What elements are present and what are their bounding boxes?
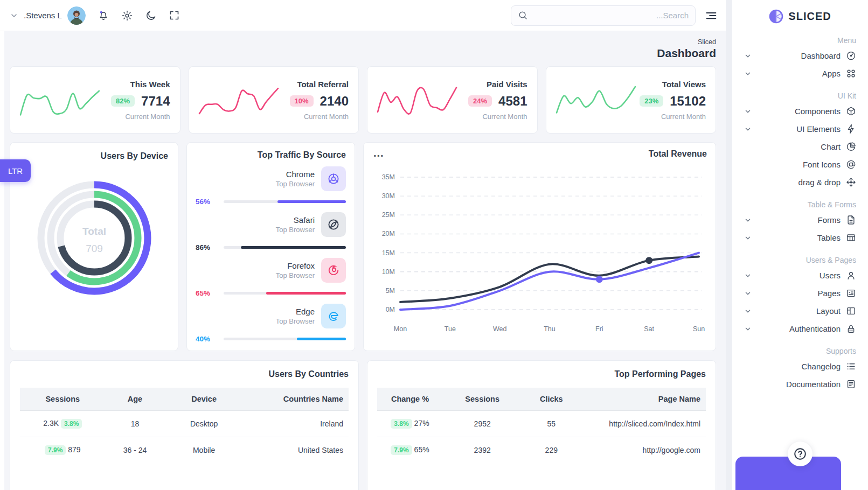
- svg-text:30M: 30M: [382, 192, 395, 200]
- sparkline-chart: [553, 75, 639, 125]
- brand-logo[interactable]: SLICED: [744, 0, 856, 27]
- sparkline-chart: [374, 75, 460, 125]
- sidebar-item-font-icons[interactable]: Font Icons: [744, 156, 856, 173]
- revenue-line-chart: 35M30M25M20M15M10M5M0MMonTueWedThuFriSat…: [372, 169, 706, 337]
- sidebar-item-dashboard[interactable]: Dashboard: [744, 47, 856, 65]
- page-link[interactable]: http://google.com: [581, 437, 706, 464]
- svg-text:10M: 10M: [382, 268, 395, 276]
- at-sign-icon: [846, 159, 856, 170]
- search-box: [511, 5, 696, 26]
- breadcrumb: Sliced: [10, 38, 716, 46]
- avatar[interactable]: [67, 6, 86, 25]
- stat-title: Total Referral: [290, 80, 349, 89]
- growth-badge: 7.9%: [391, 445, 412, 455]
- svg-text:Mon: Mon: [394, 325, 407, 333]
- page-link[interactable]: http://sliced.com/Index.html: [581, 411, 706, 437]
- sidebar-item-changelog[interactable]: Changelog: [744, 358, 856, 375]
- user-name: .Stevens L: [24, 11, 62, 20]
- sidebar-item-label: Tables: [817, 233, 841, 242]
- zap-icon: [846, 124, 856, 134]
- sidebar-section-menu: Menu: [744, 36, 856, 45]
- fullscreen-icon[interactable]: [169, 10, 180, 21]
- stat-title: Paid Visits: [468, 80, 527, 89]
- help-button[interactable]: [788, 442, 813, 466]
- progress-bar: [224, 200, 346, 203]
- stat-caption: Current Month: [290, 113, 349, 121]
- stat-card-paid-visits: Paid Visits 24% 4581 Current Month: [367, 66, 538, 134]
- stat-badge: 23%: [640, 95, 663, 107]
- sidebar-item-label: Chart: [821, 142, 841, 151]
- layout-gap: [726, 0, 732, 490]
- settings-gear-icon[interactable]: [121, 10, 133, 22]
- column-header: Page Name: [581, 388, 706, 411]
- svg-text:Total: Total: [82, 226, 106, 237]
- traffic-percent: 40%: [196, 335, 217, 343]
- search-input[interactable]: [528, 11, 689, 20]
- sidebar-item-label: Forms: [818, 215, 841, 225]
- dark-mode-moon-icon[interactable]: [145, 10, 157, 22]
- user-icon: [846, 270, 856, 281]
- middle-row: Users By Device Total709 Top Traffic By …: [10, 142, 716, 351]
- traffic-row-chrome: Chrome Top Browser 56%: [196, 166, 346, 206]
- page-header: Sliced Dashboard: [10, 31, 716, 66]
- stat-card-this-week: This Week 82% 7714 Current Month: [10, 66, 180, 134]
- edge-icon: [321, 304, 346, 328]
- sidebar-item-pages[interactable]: Pages: [744, 284, 856, 302]
- sidebar-item-chart[interactable]: Chart: [744, 138, 856, 156]
- sidebar-item-label: Documentation: [786, 380, 841, 389]
- sidebar-item-label: drag & drop: [798, 178, 841, 187]
- column-header: Sessions: [20, 388, 106, 411]
- card-title: Top Traffic By Source: [196, 150, 346, 160]
- sidebar-section-table-forms: Table & Forms: [744, 200, 856, 209]
- stat-badge: 24%: [468, 95, 492, 107]
- progress-bar: [224, 246, 346, 249]
- table-row: 3.8% 27% 2952 55 http://sliced.com/Index…: [377, 411, 706, 437]
- change-value: 27%: [414, 419, 429, 428]
- sidebar-item-label: UI Elements: [796, 124, 841, 134]
- sidebar-item-label: Pages: [817, 289, 841, 298]
- notifications-bell-icon[interactable]: [98, 10, 109, 22]
- topbar: .Stevens L: [0, 0, 726, 31]
- sidebar-item-label: Layout: [816, 306, 841, 316]
- sidebar-item-drag-drop[interactable]: drag & drop: [744, 173, 856, 191]
- sidebar-item-apps[interactable]: Apps: [744, 65, 856, 82]
- sidebar-item-components[interactable]: Components: [744, 102, 856, 120]
- traffic-row-safari: Safari Top Browser 86%: [196, 212, 346, 251]
- progress-bar: [224, 338, 346, 340]
- browser-sub: Top Browser: [276, 317, 315, 325]
- age-value: 18: [106, 411, 165, 437]
- card-menu-dots[interactable]: ...: [373, 147, 384, 159]
- sidebar-section-ui-kit: UI Kit: [744, 92, 856, 100]
- sidebar-item-documentation[interactable]: Documentation: [744, 375, 856, 393]
- top-performing-pages-card: Top Performing Pages Change % Sessions C…: [367, 360, 716, 490]
- chevron-down-icon: [744, 234, 752, 242]
- growth-badge: 3.8%: [61, 419, 82, 429]
- move-icon: [846, 177, 856, 187]
- sparkline-chart: [17, 75, 103, 125]
- traffic-percent: 56%: [196, 198, 217, 206]
- clicks-value: 55: [522, 411, 581, 437]
- firefox-icon: [321, 258, 346, 283]
- traffic-percent: 65%: [196, 289, 217, 297]
- list-icon: [846, 361, 856, 372]
- sidebar-item-forms[interactable]: Forms: [744, 211, 856, 229]
- users-by-device-card: Users By Device Total709: [10, 142, 178, 351]
- browser-name: Safari: [276, 215, 315, 225]
- sidebar-item-label: Dashboard: [801, 51, 841, 60]
- sidebar-item-ui-elements[interactable]: UI Elements: [744, 120, 856, 138]
- sidebar-item-label: Users: [820, 271, 841, 280]
- column-header: Sessions: [443, 388, 522, 411]
- menu-toggle-icon[interactable]: [705, 10, 717, 22]
- sidebar-cta-button[interactable]: [735, 457, 841, 490]
- sidebar-item-layout[interactable]: Layout: [744, 302, 856, 320]
- user-menu[interactable]: .Stevens L: [10, 6, 86, 25]
- traffic-by-source-card: Top Traffic By Source Chrome Top Browser: [186, 142, 355, 351]
- ltr-toggle-button[interactable]: LTR: [0, 159, 31, 182]
- sidebar-item-tables[interactable]: Tables: [744, 229, 856, 247]
- stat-caption: Current Month: [640, 113, 706, 121]
- sidebar: SLICED Menu Dashboard Apps UI Kit Compon…: [732, 0, 868, 490]
- sidebar-item-authentication[interactable]: Authentication: [744, 320, 856, 338]
- layout-icon: [846, 306, 856, 316]
- sidebar-item-users[interactable]: Users: [744, 267, 856, 284]
- stat-value: 2140: [320, 94, 349, 109]
